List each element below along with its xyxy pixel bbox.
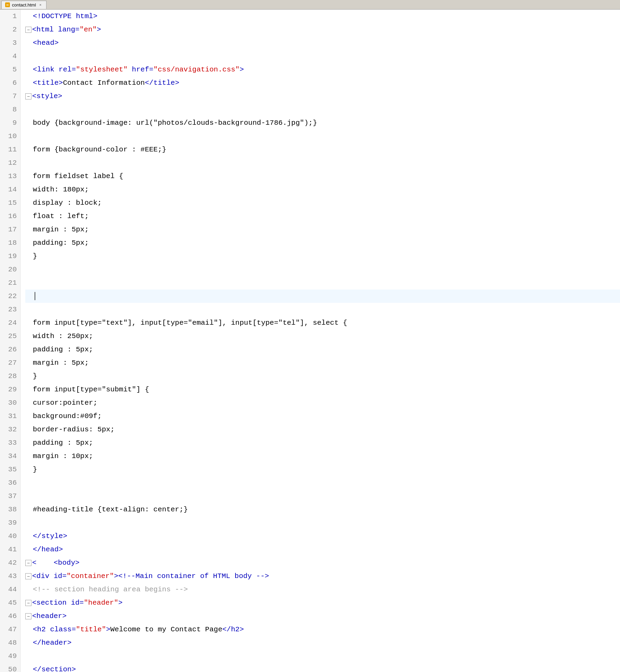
line-number-18: 18 — [0, 236, 20, 250]
code-line-15: display : block; — [25, 196, 620, 210]
code-line-39 — [25, 516, 620, 529]
line-number-34: 34 — [0, 449, 20, 463]
token-prop: margin : 5px; — [33, 223, 89, 236]
code-line-45: −<section id="header"> — [25, 596, 620, 609]
fold-spacer — [25, 303, 32, 316]
line-number-31: 31 — [0, 409, 20, 423]
line-number-25: 25 — [0, 330, 20, 343]
fold-spacer — [25, 663, 32, 672]
line-number-19: 19 — [0, 250, 20, 263]
fold-spacer — [25, 623, 32, 636]
line-numbers: 1234567891011121314151617181920212223242… — [0, 10, 21, 672]
fold-spacer — [25, 489, 32, 503]
fold-spacer — [25, 170, 32, 183]
code-line-28: } — [25, 369, 620, 383]
code-line-44: <!-- section heading area begins --> — [25, 583, 620, 596]
line-number-27: 27 — [0, 356, 20, 369]
code-line-4 — [25, 50, 620, 63]
fold-icon-42[interactable]: − — [25, 560, 31, 566]
line-number-17: 17 — [0, 223, 20, 236]
code-area[interactable]: <!DOCTYPE html>−<html lang="en"> <head> … — [21, 10, 620, 672]
token-prop: form input[type="submit"] { — [33, 383, 149, 396]
line-number-49: 49 — [0, 649, 20, 663]
token-tag: </section> — [33, 663, 76, 672]
fold-icon-46[interactable]: − — [25, 613, 31, 619]
code-line-27: margin : 5px; — [25, 356, 620, 369]
line-number-46: 46 — [0, 609, 20, 623]
code-line-1: <!DOCTYPE html> — [25, 10, 620, 23]
code-line-21 — [25, 276, 620, 290]
line-number-10: 10 — [0, 130, 20, 143]
fold-spacer — [25, 63, 32, 76]
line-number-13: 13 — [0, 170, 20, 183]
token-text: Contact Information — [63, 76, 145, 90]
line-number-40: 40 — [0, 529, 20, 543]
code-line-18: padding: 5px; — [25, 236, 620, 250]
fold-spacer — [25, 636, 32, 649]
code-line-19: } — [25, 250, 620, 263]
token-prop: #heading-title {text-align: center;} — [33, 503, 188, 516]
code-line-16: float : left; — [25, 210, 620, 223]
token-tag: <header> — [32, 609, 67, 623]
fold-icon-7[interactable]: − — [25, 93, 31, 99]
line-number-41: 41 — [0, 543, 20, 556]
fold-spacer — [25, 356, 32, 369]
code-line-6: <title>Contact Information</title> — [25, 76, 620, 90]
token-prop: body {background-image: url("photos/clou… — [33, 116, 317, 130]
fold-spacer — [25, 330, 32, 343]
fold-spacer — [25, 383, 32, 396]
line-number-6: 6 — [0, 76, 20, 90]
fold-spacer — [25, 316, 32, 330]
fold-spacer — [25, 103, 32, 116]
code-line-26: padding : 5px; — [25, 343, 620, 356]
code-line-11: form {background-color : #EEE;} — [25, 143, 620, 156]
fold-spacer — [25, 343, 32, 356]
line-number-3: 3 — [0, 36, 20, 50]
line-number-15: 15 — [0, 196, 20, 210]
line-number-5: 5 — [0, 63, 20, 76]
fold-icon-43[interactable]: − — [25, 573, 31, 579]
token-tag: <link rel= — [33, 63, 76, 76]
line-number-12: 12 — [0, 156, 20, 170]
code-line-49 — [25, 649, 620, 663]
fold-spacer — [25, 423, 32, 436]
code-line-9: body {background-image: url("photos/clou… — [25, 116, 620, 130]
token-prop: margin : 5px; — [33, 356, 89, 369]
fold-spacer — [25, 503, 32, 516]
fold-spacer — [25, 396, 32, 409]
token-val: "header" — [84, 596, 118, 609]
line-number-47: 47 — [0, 623, 20, 636]
code-line-17: margin : 5px; — [25, 223, 620, 236]
token-prop: padding : 5px; — [33, 343, 93, 356]
code-line-48: </header> — [25, 636, 620, 649]
token-tag: <h2 class= — [33, 623, 76, 636]
line-number-26: 26 — [0, 343, 20, 356]
fold-spacer — [25, 130, 32, 143]
tab-bar: H contact.html × — [0, 0, 620, 10]
fold-spacer — [25, 263, 32, 276]
line-number-39: 39 — [0, 516, 20, 529]
fold-spacer — [25, 409, 32, 423]
fold-spacer — [25, 476, 32, 489]
line-number-36: 36 — [0, 476, 20, 489]
token-tag: > — [240, 63, 244, 76]
fold-icon-2[interactable]: − — [25, 27, 31, 33]
line-number-9: 9 — [0, 116, 20, 130]
token-prop: form {background-color : #EEE;} — [33, 143, 166, 156]
file-tab[interactable]: H contact.html × — [1, 1, 46, 9]
token-tag: <div id= — [32, 569, 67, 583]
fold-spacer — [25, 290, 32, 303]
tab-close-button[interactable]: × — [38, 2, 43, 7]
code-line-24: form input[type="text"], input[type="ema… — [25, 316, 620, 330]
fold-spacer — [25, 183, 32, 196]
token-prop: width: 180px; — [33, 183, 89, 196]
code-line-47: <h2 class="title">Welcome to my Contact … — [25, 623, 620, 636]
token-tag: </header> — [33, 636, 71, 649]
code-line-40: </style> — [25, 529, 620, 543]
fold-icon-45[interactable]: − — [25, 600, 31, 606]
token-tag: < — [32, 556, 37, 569]
line-number-30: 30 — [0, 396, 20, 409]
line-number-37: 37 — [0, 489, 20, 503]
editor-area: 1234567891011121314151617181920212223242… — [0, 10, 620, 672]
fold-spacer — [25, 250, 32, 263]
